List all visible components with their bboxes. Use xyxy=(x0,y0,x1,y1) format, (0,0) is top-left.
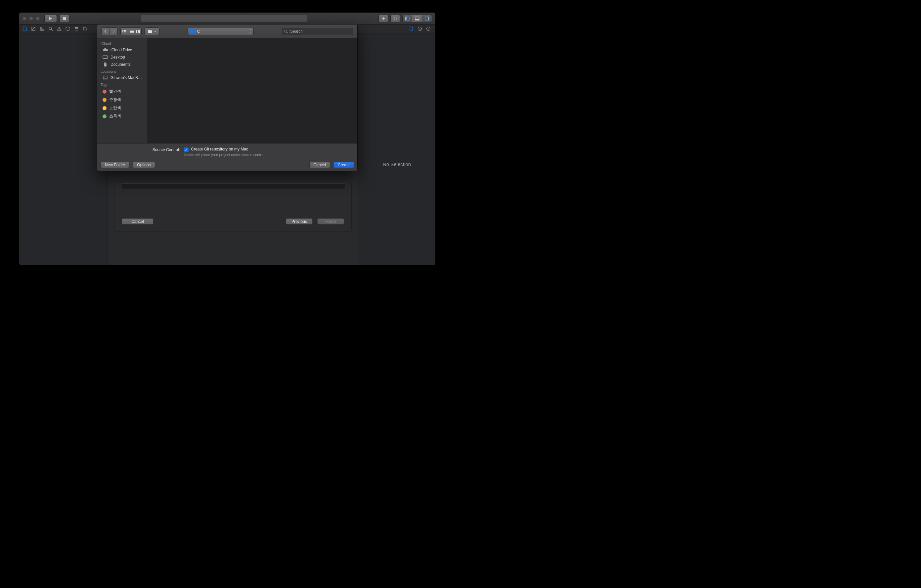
svg-rect-24 xyxy=(125,31,126,32)
breakpoint-navigator-icon[interactable] xyxy=(81,25,89,32)
wizard-finish-button: Finish xyxy=(317,218,344,224)
icon-view-button[interactable] xyxy=(121,28,128,35)
options-button[interactable]: Options xyxy=(133,162,155,168)
find-navigator-icon[interactable] xyxy=(47,25,54,32)
toggle-inspector-button[interactable] xyxy=(422,15,432,22)
test-navigator-icon[interactable] xyxy=(64,25,72,32)
svg-rect-25 xyxy=(130,30,133,31)
source-control-hint: Xcode will place your project under sour… xyxy=(184,153,264,157)
wizard-cancel-button[interactable]: Cancel xyxy=(122,218,153,224)
chevrons-icon: ⌃⌄ xyxy=(249,30,251,33)
tag-dot-icon xyxy=(103,106,107,110)
issue-navigator-icon[interactable] xyxy=(55,25,63,32)
code-review-button[interactable] xyxy=(391,15,400,22)
svg-rect-33 xyxy=(103,58,107,58)
toggle-debug-area-button[interactable] xyxy=(412,15,422,22)
search-field[interactable]: Search xyxy=(282,28,353,35)
save-panel-sidebar[interactable]: iCloudiCloud DriveDesktopDocumentsLocati… xyxy=(97,38,148,143)
save-panel: C ⌃⌄ Search iCloudiCloud DriveDesktopDoc… xyxy=(97,24,357,171)
forward-button xyxy=(109,28,117,35)
svg-rect-2 xyxy=(405,17,407,20)
source-control-navigator-icon[interactable] xyxy=(30,25,37,32)
history-inspector-icon[interactable] xyxy=(416,25,423,32)
column-view-button[interactable] xyxy=(135,28,141,35)
documents-icon xyxy=(103,62,108,67)
sidebar-item[interactable]: 초록색 xyxy=(97,112,147,120)
sidebar-item-label: Desktop xyxy=(111,55,125,60)
svg-rect-29 xyxy=(138,30,138,33)
svg-rect-0 xyxy=(63,17,66,19)
toggle-navigator-button[interactable] xyxy=(402,15,412,22)
symbol-navigator-icon[interactable] xyxy=(38,25,46,32)
sidebar-item[interactable]: Gihwan's MacB… xyxy=(97,74,147,81)
desktop-icon xyxy=(103,55,108,59)
svg-point-12 xyxy=(59,30,59,30)
library-button[interactable] xyxy=(378,15,388,22)
svg-rect-15 xyxy=(75,30,78,31)
svg-rect-8 xyxy=(41,27,42,28)
svg-rect-9 xyxy=(41,29,42,31)
svg-rect-28 xyxy=(136,30,137,33)
sidebar-group-header: Locations xyxy=(97,68,147,74)
inspector-panel: No Selection xyxy=(358,33,435,265)
folder-icon xyxy=(190,29,195,33)
nav-history-segment xyxy=(101,28,118,35)
svg-rect-22 xyxy=(122,31,124,32)
path-label: C xyxy=(197,29,200,34)
project-navigator-icon[interactable] xyxy=(21,25,28,32)
wizard-previous-button[interactable]: Previous xyxy=(286,218,312,224)
svg-rect-34 xyxy=(103,76,107,79)
new-folder-button[interactable]: New Folder xyxy=(101,162,129,168)
zoom-window-button[interactable] xyxy=(36,16,40,21)
sidebar-item[interactable]: Desktop xyxy=(97,54,147,61)
group-by-button[interactable] xyxy=(144,28,159,35)
sidebar-group-header: Tags xyxy=(97,81,147,87)
sidebar-item-label: 빨간색 xyxy=(109,89,121,94)
laptop-icon xyxy=(103,76,108,80)
sidebar-item[interactable]: iCloud Drive xyxy=(97,46,147,54)
svg-rect-20 xyxy=(124,30,125,31)
cloud-icon xyxy=(103,48,108,52)
list-view-button[interactable] xyxy=(128,28,135,35)
svg-rect-26 xyxy=(130,31,133,32)
activity-status-bar[interactable] xyxy=(141,15,308,23)
svg-point-11 xyxy=(49,27,52,30)
sidebar-item[interactable]: 빨간색 xyxy=(97,87,147,96)
save-panel-browser[interactable] xyxy=(148,38,357,143)
project-navigator[interactable] xyxy=(19,33,108,265)
cancel-button[interactable]: Cancel xyxy=(309,162,330,168)
path-popup[interactable]: C ⌃⌄ xyxy=(187,28,254,35)
sidebar-item[interactable]: 노란색 xyxy=(97,104,147,112)
tag-dot-icon xyxy=(103,98,107,102)
run-button[interactable] xyxy=(44,15,57,22)
sidebar-item[interactable]: Documents xyxy=(97,61,147,68)
sidebar-group-header: iCloud xyxy=(97,41,147,46)
svg-rect-27 xyxy=(130,32,133,33)
svg-rect-19 xyxy=(122,30,124,31)
svg-rect-35 xyxy=(103,79,108,80)
svg-rect-10 xyxy=(42,29,44,31)
debug-navigator-icon[interactable] xyxy=(73,25,80,32)
back-button[interactable] xyxy=(102,28,109,35)
close-window-button[interactable] xyxy=(23,16,26,21)
svg-rect-23 xyxy=(124,31,125,32)
svg-rect-30 xyxy=(139,30,140,33)
git-checkbox[interactable]: Create Git repository on my Mac xyxy=(184,147,248,151)
file-inspector-icon[interactable] xyxy=(408,25,415,32)
svg-rect-13 xyxy=(75,28,78,29)
save-panel-toolbar: C ⌃⌄ Search xyxy=(97,24,357,38)
svg-rect-21 xyxy=(125,30,126,31)
sidebar-item-label: Gihwan's MacB… xyxy=(111,75,142,80)
wizard-text-field[interactable] xyxy=(122,183,345,189)
sidebar-item[interactable]: 주황색 xyxy=(97,96,147,104)
minimize-window-button[interactable] xyxy=(29,16,33,21)
source-control-label: Source Control: xyxy=(104,147,180,152)
checkmark-icon xyxy=(184,148,189,152)
new-project-wizard-sheet: Cancel Previous Finish xyxy=(114,183,351,232)
stop-button[interactable] xyxy=(60,15,70,22)
help-inspector-icon[interactable]: ? xyxy=(425,25,432,32)
sidebar-item-label: Documents xyxy=(111,62,131,67)
sidebar-item-label: 노란색 xyxy=(109,105,121,111)
create-button[interactable]: Create xyxy=(334,162,354,168)
svg-rect-6 xyxy=(428,17,429,20)
